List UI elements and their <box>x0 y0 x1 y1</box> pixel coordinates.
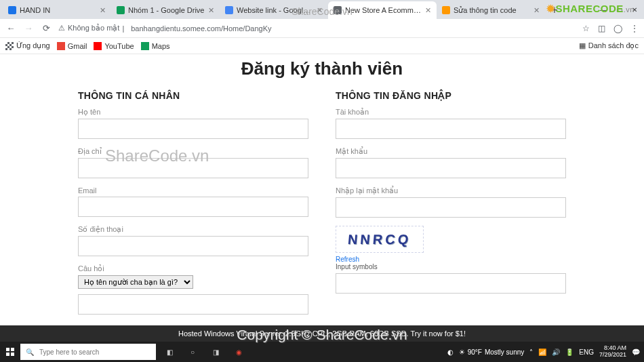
extension-icon[interactable]: ◫ <box>598 24 605 33</box>
captcha-refresh-link[interactable]: Refresh <box>336 256 566 263</box>
maps-icon <box>141 42 149 50</box>
fullname-input[interactable] <box>78 119 308 139</box>
task-view-button[interactable]: ◧ <box>160 342 179 362</box>
weather-icon: ☀ <box>459 348 465 356</box>
forward-button[interactable]: → <box>23 23 34 33</box>
address-label: Địa chỉ <box>78 147 308 156</box>
reading-list-label: Danh sách đọc <box>588 41 639 50</box>
answer-input[interactable] <box>78 294 308 315</box>
language-indicator[interactable]: ENG <box>579 348 594 356</box>
tab-drive[interactable]: Nhóm 1 - Google Drive ✕ <box>111 1 220 19</box>
chrome-app[interactable]: ◉ <box>229 342 248 362</box>
account-label: Tài khoản <box>336 108 566 117</box>
notifications-icon[interactable]: 💬 <box>632 348 640 356</box>
weather-text: Mostly sunny <box>485 348 524 356</box>
logo-swirl-icon: ✹ <box>546 3 556 14</box>
tab-label: New Store A Ecommerce Catego <box>345 6 422 14</box>
captcha-input[interactable] <box>336 273 566 294</box>
account-input[interactable] <box>336 119 566 139</box>
hosting-banner[interactable]: Hosted Windows Virtual Server. 2.5GHz CP… <box>0 325 644 342</box>
address-bar: ← → ⟳ ⚠ Không bảo mật | banhangdientu.so… <box>0 19 644 38</box>
tab-docs[interactable]: Website link - Google Tài liệu ✕ <box>220 1 328 19</box>
tab-close-icon[interactable]: ✕ <box>534 6 540 15</box>
tab-active-ecommerce[interactable]: New Store A Ecommerce Catego ✕ <box>328 1 437 19</box>
tab-label: Website link - Google Tài liệu <box>237 6 313 15</box>
taskbar-search[interactable]: 🔍 Type here to search <box>20 344 156 360</box>
gmail-icon <box>57 42 65 50</box>
captcha-hint: Input symbols <box>336 263 566 270</box>
weather-widget[interactable]: ☀ 90°F Mostly sunny <box>459 348 525 356</box>
url-text[interactable]: banhangdientu.somee.com/Home/DangKy <box>131 24 271 33</box>
svg-rect-2 <box>6 353 9 356</box>
apps-shortcut[interactable]: Ứng dụng <box>5 41 50 50</box>
tray-icon[interactable]: ◐ <box>447 348 454 356</box>
tab-hand-in[interactable]: HAND IN ✕ <box>3 1 111 19</box>
repassword-input[interactable] <box>336 197 566 218</box>
tab-favicon <box>442 6 450 14</box>
bookmark-maps[interactable]: Maps <box>141 42 170 50</box>
search-icon: 🔍 <box>26 348 34 356</box>
svg-rect-0 <box>6 348 9 351</box>
bookmark-label: Maps <box>152 42 170 50</box>
start-button[interactable] <box>0 342 20 362</box>
tab-favicon <box>8 6 16 14</box>
tab-label: HAND IN <box>20 6 96 14</box>
personal-info-heading: THÔNG TIN CÁ NHÂN <box>78 90 308 101</box>
warning-icon: ⚠ <box>58 24 65 33</box>
phone-label: Số điện thoại <box>78 225 308 234</box>
question-select[interactable]: Họ tên người cha bạn là gì? <box>78 275 193 289</box>
address-bar-icons: ☆ ◫ ◯ ⋮ <box>582 24 639 33</box>
tab-favicon <box>117 6 125 14</box>
login-info-heading: THÔNG TIN ĐĂNG NHẬP <box>336 90 566 101</box>
tab-label: Nhóm 1 - Google Drive <box>128 6 205 14</box>
youtube-icon <box>94 42 102 50</box>
tab-sharecode[interactable]: Sửa thông tin code ✕ <box>437 1 545 19</box>
pinned-app-1[interactable]: ◨ <box>206 342 225 362</box>
apps-label: Ứng dụng <box>16 41 50 50</box>
reload-button[interactable]: ⟳ <box>41 23 52 33</box>
login-info-column: THÔNG TIN ĐĂNG NHẬP Tài khoản Mật khẩu N… <box>336 90 566 323</box>
email-input[interactable] <box>78 197 308 217</box>
bookmark-gmail[interactable]: Gmail <box>57 42 87 50</box>
windows-icon <box>6 348 14 356</box>
reading-list-button[interactable]: ▦ Danh sách đọc <box>579 41 639 50</box>
bookmark-label: YouTube <box>104 42 134 50</box>
question-label: Câu hỏi <box>78 264 308 273</box>
bookmarks-bar: Ứng dụng Gmail YouTube Maps ▦ Danh sách … <box>0 38 644 54</box>
system-tray: ◐ ☀ 90°F Mostly sunny ˄ 📶 🔊 🔋 ENG 8:40 A… <box>447 345 644 359</box>
sharecode-logo: ✹SHARECODE.vn <box>546 3 635 15</box>
profile-icon[interactable]: ◯ <box>613 24 622 33</box>
tab-close-icon[interactable]: ✕ <box>425 6 431 15</box>
repassword-label: Nhập lại mật khẩu <box>336 186 566 195</box>
search-placeholder: Type here to search <box>39 348 99 356</box>
weather-temp: 90°F <box>468 348 482 356</box>
address-input[interactable] <box>78 158 308 178</box>
date-text: 7/29/2021 <box>599 352 626 359</box>
page-title: Đăng ký thành viên <box>0 58 644 79</box>
phone-input[interactable] <box>78 236 308 256</box>
bookmark-label: Gmail <box>68 42 87 50</box>
menu-icon[interactable]: ⋮ <box>630 24 639 33</box>
svg-rect-1 <box>11 348 14 351</box>
tab-close-icon[interactable]: ✕ <box>208 6 214 15</box>
battery-icon[interactable]: 🔋 <box>565 348 573 356</box>
password-label: Mật khẩu <box>336 147 566 156</box>
tab-close-icon[interactable]: ✕ <box>317 6 323 15</box>
taskbar-pinned: ◧ ○ ◨ ◉ <box>160 342 248 362</box>
volume-icon[interactable]: 🔊 <box>552 348 560 356</box>
security-indicator[interactable]: ⚠ Không bảo mật | <box>58 24 124 33</box>
cortana-button[interactable]: ○ <box>183 342 202 362</box>
bookmark-youtube[interactable]: YouTube <box>94 42 134 50</box>
security-text: Không bảo mật <box>68 24 119 33</box>
page-content: Đăng ký thành viên ShareCode.vn THÔNG TI… <box>0 54 644 325</box>
tray-chevron-icon[interactable]: ˄ <box>529 348 533 356</box>
tab-favicon <box>334 6 342 14</box>
tab-favicon <box>225 6 233 14</box>
password-input[interactable] <box>336 158 566 178</box>
clock[interactable]: 8:40 AM 7/29/2021 <box>599 345 626 359</box>
fullname-label: Họ tên <box>78 108 308 117</box>
tab-close-icon[interactable]: ✕ <box>100 6 106 15</box>
back-button[interactable]: ← <box>5 23 16 33</box>
star-icon[interactable]: ☆ <box>582 24 590 33</box>
network-icon[interactable]: 📶 <box>538 348 546 356</box>
